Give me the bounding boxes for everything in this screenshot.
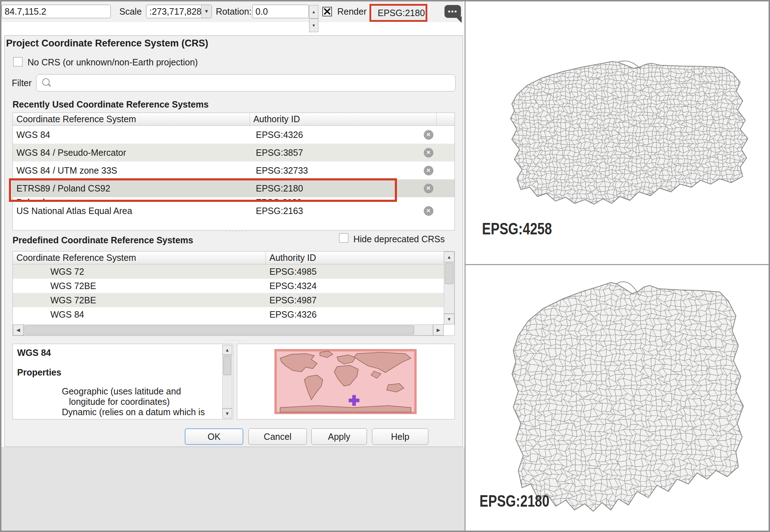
circle-x-icon: ✕ [424,184,433,193]
hide-deprecated-checkbox[interactable] [339,233,348,243]
crs-name-cell: WGS 72BE [13,281,266,291]
crs-name-cell: WGS 84 / UTM zone 33S [13,165,250,176]
remove-crs-button[interactable]: ✕ [419,130,437,140]
render-checkbox[interactable]: ✕ [322,7,332,16]
predefined-crs-table: Coordinate Reference System Authority ID… [13,251,455,336]
recent-table-header: Coordinate Reference System Authority ID [13,113,454,126]
no-crs-checkbox[interactable] [13,57,23,66]
hide-deprecated-label: Hide deprecated CRSs [353,234,445,244]
remove-crs-button[interactable]: ✕ [419,148,437,158]
check-x-icon: ✕ [323,8,332,16]
scale-value: :273,717,828 [149,6,202,16]
filter-input[interactable] [36,74,456,91]
poland-map-canvas-epsg4258[interactable] [498,57,754,211]
scroll-up-button[interactable]: ▲ [222,345,232,355]
column-header-authority: Authority ID [250,113,437,125]
crs-name-cell: WGS 84 [13,130,250,140]
scroll-up-button[interactable]: ▲ [444,252,454,262]
scroll-right-button[interactable]: ▶ [433,324,444,335]
properties-content: WGS 84 Properties Geographic (uses latit… [17,347,217,417]
selected-row-highlight-annotation [9,178,397,202]
crs-name: WGS 84 [17,348,217,358]
remove-crs-button[interactable]: ✕ [419,166,437,175]
authority-id-cell: EPSG:3857 [250,148,419,158]
properties-heading: Properties [17,367,217,378]
scrollbar-thumb[interactable] [25,325,414,334]
circle-x-icon: ✕ [424,166,433,175]
triangle-down-icon[interactable]: ▼ [309,19,318,32]
vertical-scrollbar[interactable]: ▲ ▼ [444,252,454,324]
splitter-handle[interactable]: ······· [225,337,248,343]
map-view-epsg4258: EPSG:4258 [466,1,770,264]
circle-x-icon: ✕ [424,130,433,140]
authority-id-cell: EPSG:4985 [266,267,434,277]
world-extent-map [274,349,417,414]
recent-table-body: WGS 84EPSG:4326✕WGS 84 / Pseudo-Mercator… [13,126,454,220]
bubble-dots: ••• [448,10,457,13]
authority-id-cell: EPSG:32733 [250,165,419,176]
qgis-window: 84.7,115.2 Scale :273,717,828 ▼ Rotation… [0,0,770,532]
scrollbar-track[interactable] [444,262,454,314]
coordinate-input[interactable]: 84.7,115.2 [1,5,111,18]
speech-bubble-icon[interactable]: ••• [444,5,461,18]
rotation-spinbox[interactable]: 0.0 ▲ ▼ [252,5,309,18]
column-header-crs: Coordinate Reference System [13,113,250,125]
recent-heading: Recently Used Coordinate Reference Syste… [13,99,209,110]
status-toolbar: 84.7,115.2 Scale :273,717,828 ▼ Rotation… [1,1,463,22]
cancel-button[interactable]: Cancel [248,428,307,445]
filter-label: Filter [12,78,32,88]
window-footer-area [1,447,465,531]
scale-label: Scale [119,5,142,18]
scrollbar-track[interactable] [222,355,232,408]
help-button[interactable]: Help [372,428,428,445]
vertical-scrollbar[interactable]: ▲ ▼ [222,345,232,418]
ok-button-label: OK [208,432,220,442]
table-row[interactable]: WGS 72BEEPSG:4987 [13,293,454,307]
scroll-down-button[interactable]: ▼ [222,408,232,418]
crs-dialog: Project Coordinate Reference System (CRS… [4,35,463,447]
table-row[interactable]: US National Atlas Equal AreaEPSG:2163✕ [13,202,454,220]
circle-x-icon: ✕ [424,206,433,216]
remove-crs-button[interactable]: ✕ [419,206,437,216]
predefined-heading: Predefined Coordinate Reference Systems [13,235,193,245]
chevron-down-icon[interactable]: ▼ [201,5,212,18]
crs-properties-panel: WGS 84 Properties Geographic (uses latit… [13,344,233,419]
property-bullet: Geographic (uses latitude and longitude … [62,386,215,407]
circle-x-icon: ✕ [424,148,433,158]
magnifier-icon [42,78,50,86]
table-row[interactable]: WGS 72BEEPSG:4324 [13,279,454,293]
horizontal-scrollbar[interactable]: ◀ ▶ [13,324,444,335]
poland-map-canvas-epsg2180[interactable] [500,275,750,522]
ok-button[interactable]: OK [185,428,243,445]
render-label: Render [337,5,367,18]
authority-id-cell: EPSG:2163 [250,206,419,216]
rotation-value: 0.0 [255,6,268,16]
cancel-button-label: Cancel [264,432,292,442]
authority-id-cell: EPSG:4326 [250,130,419,140]
column-header-authority: Authority ID [266,252,444,264]
table-row[interactable]: WGS 84 / Pseudo-MercatorEPSG:3857✕ [13,144,454,161]
splitter-handle[interactable]: ······· [225,228,248,234]
crs-name-cell: WGS 84 [13,309,266,320]
dialog-title: Project Coordinate Reference System (CRS… [6,38,208,49]
table-row[interactable]: WGS 84 / UTM zone 33SEPSG:32733✕ [13,161,454,179]
scrollbar-track[interactable] [24,324,433,335]
apply-button-label: Apply [328,432,351,442]
triangle-up-icon[interactable]: ▲ [309,5,318,19]
table-row[interactable]: WGS 84EPSG:4326✕ [13,126,454,144]
rotation-label: Rotation: [216,5,252,18]
scroll-down-button[interactable]: ▼ [444,314,454,324]
column-header-crs: Coordinate Reference System [13,252,266,264]
scale-combobox[interactable]: :273,717,828 ▼ [146,5,212,18]
table-row[interactable]: WGS 84EPSG:4326 [13,307,454,322]
scrollbar-thumb[interactable] [223,356,231,375]
scrollbar-thumb[interactable] [445,263,453,284]
no-crs-label: No CRS (or unknown/non-Earth projection) [28,57,198,68]
scroll-left-button[interactable]: ◀ [13,324,24,335]
authority-id-cell: EPSG:4987 [266,295,434,305]
crs-name-cell: WGS 72 [13,267,266,277]
remove-crs-button[interactable]: ✕ [419,184,437,193]
table-row[interactable]: WGS 72EPSG:4985 [13,264,454,279]
crs-name-cell: WGS 72BE [13,295,266,305]
apply-button[interactable]: Apply [311,428,367,445]
